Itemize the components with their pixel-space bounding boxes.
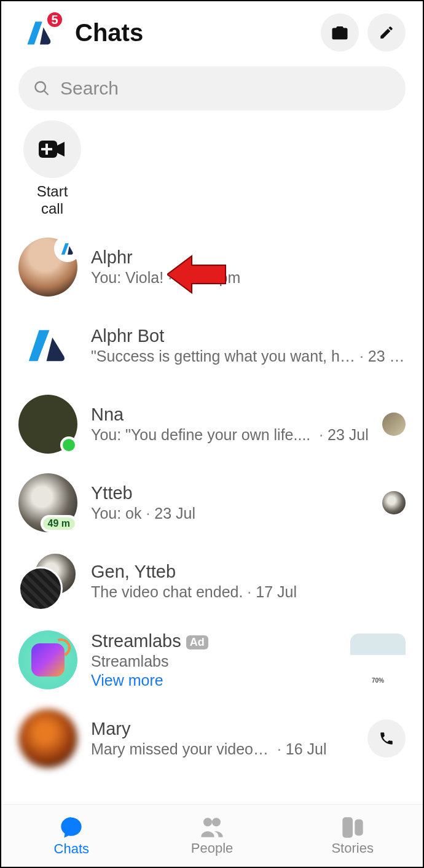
chat-snippet: You: ok · 23 Jul <box>91 505 369 522</box>
start-call[interactable]: Start call <box>18 120 86 217</box>
chat-name: Alphr <box>91 247 406 268</box>
avatar <box>18 316 77 375</box>
ad-badge: Ad <box>186 635 208 649</box>
chat-snippet: You: Viola! · 12:15 pm <box>91 269 406 287</box>
chat-name: Mary <box>91 719 354 739</box>
chat-name: Alphr Bot <box>91 326 406 346</box>
people-icon <box>199 816 225 839</box>
seen-indicator <box>382 491 406 514</box>
streamlabs-icon <box>31 643 65 676</box>
phone-icon <box>379 730 395 746</box>
search-bar[interactable] <box>18 66 406 110</box>
avatar-group <box>18 552 77 611</box>
chat-row-mary[interactable]: Mary Mary missed your video… · 16 Jul <box>1 699 423 778</box>
page-title: Chats <box>75 19 312 47</box>
chat-bubble-icon <box>59 815 84 840</box>
chat-snippet: You: "You define your own life.... · 23 … <box>91 426 369 444</box>
start-call-button[interactable] <box>23 120 81 178</box>
search-icon <box>33 80 50 97</box>
video-plus-icon <box>39 139 66 159</box>
chat-name: Gen, Ytteb <box>91 562 406 582</box>
ad-promo-thumb: 70% <box>350 634 406 686</box>
chat-snippet: "Success is getting what you want, h… · … <box>91 347 406 365</box>
chat-row-streamlabs-ad[interactable]: StreamlabsAd Streamlabs View more 70% <box>1 621 423 699</box>
nav-people[interactable]: People <box>142 805 283 867</box>
notification-badge: 5 <box>45 10 64 29</box>
start-call-label: Start call <box>37 183 68 217</box>
view-more-link[interactable]: View more <box>91 672 337 689</box>
pencil-icon <box>379 25 395 41</box>
svg-rect-2 <box>41 148 52 150</box>
chat-sub: Streamlabs <box>91 653 337 670</box>
chat-name: Nna <box>91 405 369 425</box>
chat-row-nna[interactable]: Nna You: "You define your own life.... ·… <box>1 385 423 463</box>
chat-name: Ytteb <box>91 483 369 503</box>
chat-row-alphr-bot[interactable]: Alphr Bot "Success is getting what you w… <box>1 306 423 385</box>
avatar <box>18 709 77 768</box>
app-logo[interactable]: 5 <box>18 15 61 50</box>
svg-rect-4 <box>355 819 363 835</box>
nav-label: Stories <box>331 840 373 856</box>
chat-name: StreamlabsAd <box>91 631 337 651</box>
chat-snippet: The video chat ended. · 17 Jul <box>91 583 406 601</box>
svg-rect-3 <box>342 817 353 837</box>
header: 5 Chats <box>1 1 423 59</box>
chat-mini-logo <box>54 235 81 262</box>
stories-icon <box>340 816 365 839</box>
chat-row-gen-ytteb[interactable]: Gen, Ytteb The video chat ended. · 17 Ju… <box>1 542 423 621</box>
chat-row-ytteb[interactable]: 49 m Ytteb You: ok · 23 Jul <box>1 463 423 542</box>
active-time-pill: 49 m <box>41 515 77 532</box>
nav-chats[interactable]: Chats <box>1 805 142 867</box>
call-back-button[interactable] <box>367 719 406 758</box>
chat-row-alphr[interactable]: Alphr You: Viola! · 12:15 pm <box>1 228 423 306</box>
chat-snippet: Mary missed your video… · 16 Jul <box>91 740 354 758</box>
avatar <box>18 630 77 689</box>
bottom-nav: Chats People Stories <box>1 804 423 867</box>
nav-stories[interactable]: Stories <box>282 805 423 867</box>
camera-button[interactable] <box>321 14 359 52</box>
nav-label: Chats <box>54 841 89 857</box>
seen-indicator <box>382 413 406 436</box>
search-input[interactable] <box>60 78 391 99</box>
compose-button[interactable] <box>367 14 406 52</box>
online-indicator <box>60 436 77 454</box>
chat-list: Alphr You: Viola! · 12:15 pm Alphr Bot "… <box>1 228 423 778</box>
nav-label: People <box>191 840 234 856</box>
camera-icon <box>331 23 349 42</box>
